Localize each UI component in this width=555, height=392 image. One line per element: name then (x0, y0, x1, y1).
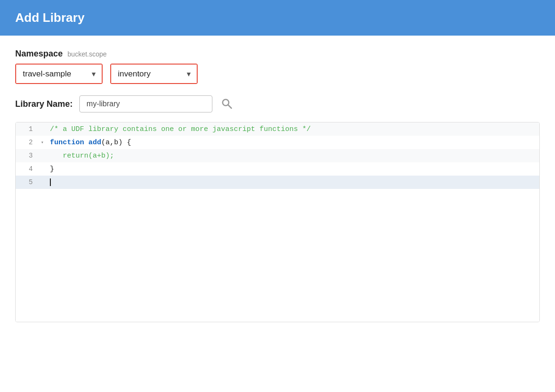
code-line-4: 4 } (16, 162, 539, 176)
line-content-4: } (46, 162, 539, 176)
line-number-2: 2 (16, 136, 38, 149)
line-fold-1 (38, 122, 46, 136)
code-empty-area[interactable] (16, 189, 539, 322)
code-editor[interactable]: 1 /* a UDF library contains one or more … (15, 122, 540, 322)
func-params: (a,b) { (101, 139, 131, 147)
line-number-4: 4 (16, 162, 38, 176)
scope-select[interactable]: inventory _default tenant_agent_00 (111, 65, 197, 83)
scope-dropdown-container[interactable]: inventory _default tenant_agent_00 ▼ (111, 65, 197, 83)
line-number-5: 5 (16, 176, 38, 189)
comment-text: /* a UDF library contains one or more ja… (50, 125, 311, 133)
library-name-input[interactable] (79, 95, 212, 112)
library-name-label: Library Name: (15, 99, 73, 109)
text-cursor (50, 178, 51, 186)
main-content: Namespace bucket.scope travel-sample bee… (0, 36, 555, 336)
line-fold-5 (38, 176, 46, 189)
line-content-3: return(a+b); (46, 149, 539, 162)
code-line-2: 2 ▾ function add(a,b) { (16, 136, 539, 149)
namespace-sublabel: bucket.scope (67, 50, 107, 58)
line-content-1: /* a UDF library contains one or more ja… (46, 122, 539, 136)
search-icon (221, 98, 232, 109)
bucket-select[interactable]: travel-sample beer-sample gamesim-sample (16, 65, 102, 83)
dropdowns-row: travel-sample beer-sample gamesim-sample… (15, 64, 540, 84)
svg-line-1 (228, 105, 231, 108)
line-number-3: 3 (16, 149, 38, 162)
search-button[interactable] (219, 96, 234, 112)
bucket-dropdown-container[interactable]: travel-sample beer-sample gamesim-sample… (16, 65, 102, 83)
namespace-label-row: Namespace bucket.scope (15, 49, 540, 59)
library-name-section: Library Name: (15, 95, 540, 112)
closing-brace: } (50, 165, 54, 173)
line-fold-2: ▾ (38, 136, 46, 149)
func-name-add: add (88, 139, 101, 147)
namespace-label: Namespace (15, 49, 63, 59)
line-fold-3 (38, 149, 46, 162)
line-content-2: function add(a,b) { (46, 136, 539, 149)
page-title: Add Library (15, 10, 540, 25)
line-content-5 (46, 176, 539, 189)
code-line-1: 1 /* a UDF library contains one or more … (16, 122, 539, 136)
code-line-3: 3 return(a+b); (16, 149, 539, 162)
namespace-section: Namespace bucket.scope travel-sample bee… (15, 49, 540, 84)
page-header: Add Library (0, 0, 555, 36)
line-number-1: 1 (16, 122, 38, 136)
scope-dropdown-wrapper: inventory _default tenant_agent_00 ▼ (110, 64, 198, 84)
return-statement: return(a+b); (50, 152, 114, 160)
line-fold-4 (38, 162, 46, 176)
code-line-5: 5 (16, 176, 539, 189)
bucket-dropdown-wrapper: travel-sample beer-sample gamesim-sample… (15, 64, 103, 84)
keyword-function: function (50, 139, 88, 147)
